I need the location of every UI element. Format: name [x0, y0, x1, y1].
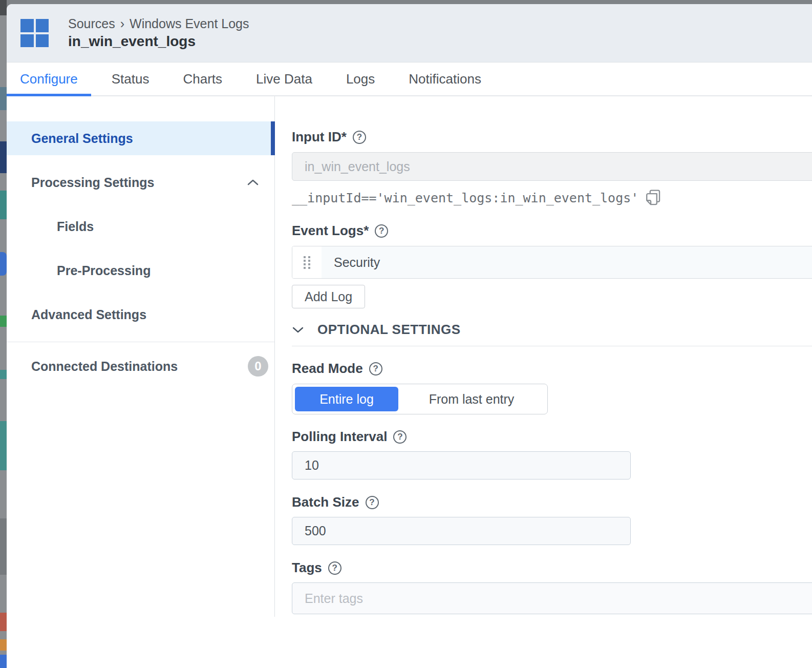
read-mode-option-entire-log[interactable]: Entire log	[295, 387, 398, 411]
background-fragment	[0, 518, 7, 575]
background-fragment	[0, 316, 7, 327]
sidebar-divider	[7, 342, 274, 342]
dimmed-background-page	[0, 0, 7, 668]
background-fragment	[0, 0, 7, 15]
background-fragment	[0, 639, 7, 651]
tab-status[interactable]: Status	[98, 62, 163, 95]
help-icon[interactable]: ?	[369, 362, 382, 375]
sidebar-item-label: Connected Destinations	[31, 359, 178, 374]
help-icon[interactable]: ?	[328, 561, 341, 575]
read-mode-segmented-control: Entire log From last entry	[292, 384, 548, 414]
windows-logo-icon	[20, 19, 49, 47]
source-config-panel: Sources › Windows Event Logs in_win_even…	[7, 4, 812, 668]
input-id-field[interactable]	[292, 152, 812, 181]
sidebar-item-pre-processing[interactable]: Pre-Processing	[7, 254, 274, 287]
batch-size-field[interactable]	[292, 517, 631, 545]
sidebar-item-label: Advanced Settings	[31, 307, 146, 322]
input-id-label: Input ID*	[292, 129, 347, 145]
sidebar-item-label: Fields	[57, 219, 94, 234]
background-fragment	[0, 370, 7, 379]
background-fragment	[0, 141, 7, 173]
help-icon[interactable]: ?	[375, 224, 388, 238]
sidebar-item-fields[interactable]: Fields	[7, 210, 274, 243]
background-fragment	[0, 655, 7, 668]
tab-logs[interactable]: Logs	[333, 62, 388, 95]
background-fragment	[0, 613, 7, 631]
sidebar-item-label: Processing Settings	[31, 175, 154, 190]
background-fragment	[0, 421, 7, 470]
sidebar-item-label: Pre-Processing	[57, 263, 151, 278]
event-logs-label: Event Logs*	[292, 223, 369, 239]
sidebar-item-processing-settings[interactable]: Processing Settings	[7, 165, 274, 199]
sidebar-item-label: General Settings	[31, 131, 133, 146]
breadcrumb: Sources › Windows Event Logs	[68, 16, 249, 31]
help-icon[interactable]: ?	[393, 430, 407, 444]
optional-settings-toggle[interactable]: OPTIONAL SETTINGS	[292, 322, 812, 338]
tags-field[interactable]	[292, 582, 812, 614]
optional-settings-title: OPTIONAL SETTINGS	[317, 322, 461, 338]
tab-bar: Configure Status Charts Live Data Logs N…	[7, 62, 812, 96]
connected-destinations-count-badge: 0	[248, 356, 268, 377]
event-log-value[interactable]: Security	[322, 246, 812, 278]
polling-interval-label: Polling Interval	[292, 429, 387, 445]
settings-sidebar: General Settings Processing Settings Fie…	[7, 96, 275, 617]
tab-charts[interactable]: Charts	[169, 62, 236, 95]
breadcrumb-current: Windows Event Logs	[130, 16, 249, 31]
background-fragment	[0, 191, 7, 219]
input-id-expression: __inputId=='win_event_logs:in_win_event_…	[292, 191, 638, 205]
sidebar-item-general-settings[interactable]: General Settings	[7, 121, 274, 155]
help-icon[interactable]: ?	[353, 131, 366, 144]
drag-dots-icon	[303, 256, 311, 269]
help-icon[interactable]: ?	[366, 496, 379, 509]
copy-icon[interactable]	[645, 189, 661, 206]
polling-interval-field[interactable]	[292, 451, 631, 479]
read-mode-option-from-last-entry[interactable]: From last entry	[398, 387, 545, 411]
chevron-down-icon	[292, 326, 304, 334]
background-fragment	[0, 87, 7, 110]
tab-configure[interactable]: Configure	[7, 62, 91, 95]
panel-header: Sources › Windows Event Logs in_win_even…	[7, 4, 812, 62]
breadcrumb-sources-link[interactable]: Sources	[68, 16, 115, 31]
tab-notifications[interactable]: Notifications	[395, 62, 495, 95]
background-fragment	[0, 252, 7, 276]
breadcrumb-separator: ›	[120, 16, 124, 31]
drag-handle[interactable]	[292, 246, 322, 278]
page-title: in_win_event_logs	[68, 33, 249, 50]
read-mode-label: Read Mode	[292, 361, 363, 377]
batch-size-label: Batch Size	[292, 494, 359, 510]
add-log-button[interactable]: Add Log	[292, 285, 365, 308]
general-settings-form: Input ID* ? __inputId=='win_event_logs:i…	[275, 96, 812, 614]
chevron-up-icon	[247, 178, 259, 186]
sidebar-item-advanced-settings[interactable]: Advanced Settings	[7, 298, 274, 331]
section-divider	[292, 346, 812, 346]
tab-live-data[interactable]: Live Data	[243, 62, 326, 95]
tags-label: Tags	[292, 560, 322, 576]
event-log-row: Security	[292, 246, 812, 279]
sidebar-item-connected-destinations[interactable]: Connected Destinations 0	[7, 349, 274, 383]
